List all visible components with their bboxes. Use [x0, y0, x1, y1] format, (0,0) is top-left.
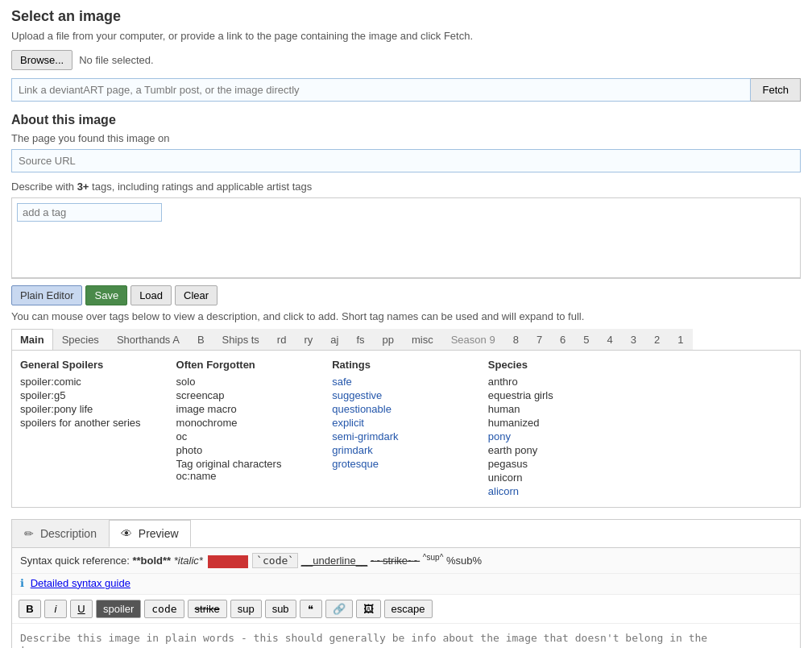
list-item[interactable]: spoiler:pony life — [20, 403, 168, 415]
save-button[interactable]: Save — [85, 285, 127, 305]
load-button[interactable]: Load — [130, 285, 172, 305]
plain-editor-button[interactable]: Plain Editor — [11, 285, 82, 305]
escape-btn[interactable]: escape — [384, 600, 433, 618]
list-item[interactable]: anthro — [488, 376, 636, 388]
preview-tab-label: Preview — [139, 527, 179, 540]
list-item[interactable]: grotesque — [332, 458, 480, 470]
syntax-bold: **bold** — [132, 555, 171, 567]
list-item[interactable]: questionable — [332, 403, 480, 415]
fetch-button[interactable]: Fetch — [751, 78, 801, 102]
tab-ry[interactable]: ry — [295, 329, 321, 350]
col-often-forgotten-header: Often Forgotten — [176, 359, 325, 371]
tab-8[interactable]: 8 — [504, 329, 528, 350]
tab-rd[interactable]: rd — [268, 329, 296, 350]
tab-6[interactable]: 6 — [551, 329, 574, 350]
browse-button[interactable]: Browse... — [11, 50, 72, 70]
underline-btn[interactable]: U — [70, 600, 93, 618]
format-toolbar: B i U spoiler code strike sup sub ❝ 🔗 🖼 … — [12, 595, 800, 624]
list-item[interactable]: Tag original characters oc:name — [176, 458, 325, 482]
tag-area — [11, 197, 801, 278]
tab-5[interactable]: 5 — [574, 329, 598, 350]
syntax-sub: %sub% — [446, 555, 482, 567]
tab-2[interactable]: 2 — [645, 329, 669, 350]
image-btn[interactable]: 🖼 — [356, 600, 381, 618]
tag-tabs-row: Main Species Shorthands A B Ships ts rd … — [11, 329, 801, 351]
sup-btn[interactable]: sup — [230, 600, 262, 618]
list-item[interactable]: human — [488, 403, 636, 415]
tab-misc[interactable]: misc — [403, 329, 442, 350]
italic-btn[interactable]: i — [44, 600, 67, 618]
list-item[interactable]: explicit — [332, 417, 480, 429]
tab-description[interactable]: ✏ Description — [12, 520, 109, 547]
col-general-spoilers-header: General Spoilers — [20, 359, 168, 371]
list-item[interactable]: photo — [176, 444, 325, 456]
list-item[interactable]: spoilers for another series — [20, 417, 168, 429]
syntax-strike: ~~strike~~ — [371, 555, 420, 567]
tab-4[interactable]: 4 — [599, 329, 622, 350]
list-item[interactable]: solo — [176, 376, 325, 388]
tab-aj[interactable]: aj — [321, 329, 347, 350]
tab-preview[interactable]: 👁 Preview — [109, 520, 191, 547]
list-item[interactable]: humanized — [488, 417, 636, 429]
list-item[interactable]: pegasus — [488, 458, 636, 470]
syntax-sup: ^sup^ — [423, 555, 444, 567]
list-item[interactable]: spoiler:g5 — [20, 389, 168, 401]
about-subtitle: The page you found this image on — [11, 132, 801, 144]
eye-icon: 👁 — [121, 527, 132, 540]
select-image-title: Select an image — [11, 8, 801, 25]
tab-species[interactable]: Species — [53, 329, 108, 350]
tab-season9[interactable]: Season 9 — [442, 329, 504, 350]
desc-tabs-row: ✏ Description 👁 Preview — [12, 520, 800, 548]
tags-panel: General Spoilers spoiler:comic spoiler:g… — [11, 351, 801, 508]
link-btn[interactable]: 🔗 — [325, 600, 353, 618]
editor-toolbar: Plain Editor Save Load Clear — [11, 278, 801, 310]
tab-b[interactable]: B — [188, 329, 213, 350]
list-item[interactable]: safe — [332, 376, 480, 388]
list-item[interactable]: semi-grimdark — [332, 430, 480, 442]
syntax-label: Syntax quick reference: — [20, 555, 130, 567]
tab-1[interactable]: 1 — [669, 329, 692, 350]
tab-fs[interactable]: fs — [347, 329, 373, 350]
col-species: Species anthro equestria girls human hum… — [488, 359, 636, 499]
list-item[interactable]: alicorn — [488, 485, 636, 497]
url-input[interactable] — [11, 78, 751, 102]
tag-input[interactable] — [17, 203, 162, 222]
list-item[interactable]: grimdark — [332, 444, 480, 456]
sub-btn[interactable]: sub — [265, 600, 296, 618]
col-ratings-header: Ratings — [332, 359, 480, 371]
list-item[interactable]: spoiler:comic — [20, 376, 168, 388]
syntax-detail-row: ℹ Detailed syntax guide — [12, 574, 800, 595]
strike-btn[interactable]: strike — [188, 600, 227, 618]
no-file-label: No file selected. — [79, 54, 154, 66]
describe-text: Describe with 3+ tags, including ratings… — [11, 181, 801, 193]
desc-tab-label: Description — [40, 527, 97, 540]
bold-btn[interactable]: B — [19, 600, 41, 618]
list-item[interactable]: monochrome — [176, 417, 325, 429]
list-item[interactable]: screencap — [176, 389, 325, 401]
tab-3[interactable]: 3 — [622, 329, 645, 350]
list-item[interactable]: earth pony — [488, 444, 636, 456]
tab-shorthands-a[interactable]: Shorthands A — [108, 329, 188, 350]
tab-7[interactable]: 7 — [528, 329, 551, 350]
clear-button[interactable]: Clear — [175, 285, 218, 305]
list-item[interactable]: unicorn — [488, 471, 636, 484]
spoiler-btn[interactable]: spoiler — [96, 600, 141, 618]
list-item[interactable]: suggestive — [332, 389, 480, 401]
syntax-row: Syntax quick reference: **bold** *italic… — [12, 548, 800, 574]
tab-main[interactable]: Main — [11, 329, 53, 350]
info-icon: ℹ — [20, 577, 24, 589]
tab-ships-ts[interactable]: Ships ts — [213, 329, 268, 350]
description-textarea[interactable] — [12, 624, 800, 648]
list-item[interactable]: pony — [488, 430, 636, 442]
list-item[interactable]: image macro — [176, 403, 325, 415]
tab-pp[interactable]: pp — [374, 329, 403, 350]
source-url-input[interactable] — [11, 149, 801, 172]
code-btn[interactable]: code — [144, 600, 184, 618]
list-item[interactable]: oc — [176, 430, 325, 442]
quote-btn[interactable]: ❝ — [300, 600, 322, 618]
list-item[interactable]: equestria girls — [488, 389, 636, 401]
mouseover-hint: You can mouse over tags below to view a … — [11, 310, 801, 322]
detailed-syntax-link[interactable]: Detailed syntax guide — [31, 577, 130, 589]
syntax-italic: *italic* — [174, 555, 203, 567]
syntax-color-box — [208, 555, 248, 568]
